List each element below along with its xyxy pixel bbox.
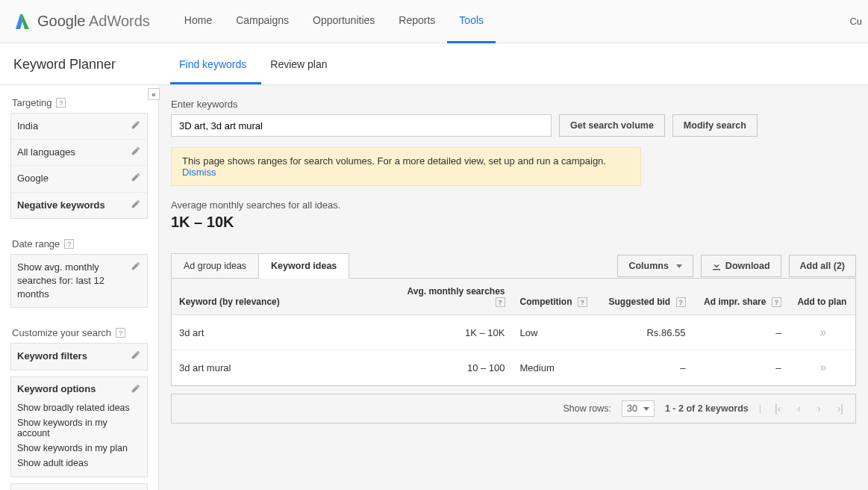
date-range-row[interactable]: Show avg. monthly searches for: last 12 … bbox=[11, 255, 147, 308]
adwords-logo-icon bbox=[13, 13, 31, 31]
col-keyword[interactable]: Keyword (by relevance) bbox=[172, 279, 396, 315]
pencil-icon[interactable] bbox=[131, 199, 141, 209]
main-content: Enter keywords Get search volume Modify … bbox=[158, 85, 868, 490]
pencil-icon[interactable] bbox=[131, 261, 141, 271]
sidebar: « Targeting ? India All languages Google… bbox=[0, 85, 158, 490]
page-title: Keyword Planner bbox=[13, 57, 170, 84]
nav-tools[interactable]: Tools bbox=[447, 0, 496, 43]
top-nav: Home Campaigns Opportunities Reports Too… bbox=[172, 0, 496, 43]
nav-home[interactable]: Home bbox=[172, 0, 224, 43]
keyword-filters-row[interactable]: Keyword filters bbox=[11, 344, 147, 369]
pencil-icon[interactable] bbox=[131, 172, 141, 182]
header-right-text: Cu bbox=[849, 16, 862, 27]
targeting-box: India All languages Google Negative keyw… bbox=[10, 113, 148, 219]
collapse-sidebar-button[interactable]: « bbox=[148, 88, 160, 100]
col-ad-impr-share[interactable]: Ad impr. share ? bbox=[693, 279, 789, 315]
columns-button[interactable]: Columns bbox=[617, 255, 693, 277]
help-icon[interactable]: ? bbox=[64, 239, 74, 249]
keyword-options-list: Show broadly related ideas Show keywords… bbox=[11, 397, 147, 477]
logo-text: Google AdWords bbox=[37, 13, 150, 30]
get-search-volume-button[interactable]: Get search volume bbox=[559, 114, 665, 137]
idea-tabs: Ad group ideas Keyword ideas bbox=[171, 253, 349, 279]
first-page-button[interactable]: |‹ bbox=[772, 403, 784, 415]
customize-section-title: Customize your search ? bbox=[12, 327, 148, 338]
col-avg-searches[interactable]: Avg. monthly searches ? bbox=[396, 279, 513, 315]
targeting-network[interactable]: Google bbox=[11, 166, 147, 192]
list-item: Show broadly related ideas bbox=[17, 400, 141, 415]
top-header: Google AdWords Home Campaigns Opportunit… bbox=[0, 0, 868, 43]
targeting-language[interactable]: All languages bbox=[11, 140, 147, 166]
help-icon[interactable]: ? bbox=[676, 297, 686, 307]
list-item: Show keywords in my account bbox=[17, 415, 141, 441]
list-item: Show keywords in my plan bbox=[17, 441, 141, 456]
keyword-filters-box: Keyword filters bbox=[10, 343, 148, 370]
download-button[interactable]: Download bbox=[701, 255, 781, 277]
targeting-section-title: Targeting ? bbox=[12, 97, 148, 108]
cell-keyword: 3d art mural bbox=[172, 350, 396, 385]
pencil-icon[interactable] bbox=[131, 383, 141, 394]
pencil-icon[interactable] bbox=[131, 146, 141, 156]
col-suggested-bid[interactable]: Suggested bid ? bbox=[598, 279, 693, 315]
modify-search-button[interactable]: Modify search bbox=[672, 114, 758, 137]
results-table: Keyword (by relevance) Avg. monthly sear… bbox=[171, 278, 856, 386]
last-page-button[interactable]: ›| bbox=[834, 403, 846, 415]
help-icon[interactable]: ? bbox=[578, 297, 587, 307]
help-icon[interactable]: ? bbox=[496, 297, 505, 307]
dismiss-link[interactable]: Dismiss bbox=[182, 167, 216, 178]
keywords-include-row[interactable]: Keywords to include bbox=[11, 484, 147, 491]
avg-searches-value: 1K – 10K bbox=[171, 214, 856, 231]
help-icon[interactable]: ? bbox=[772, 297, 781, 307]
logo[interactable]: Google AdWords bbox=[13, 13, 150, 31]
show-rows-label: Show rows: bbox=[563, 403, 611, 414]
avg-searches-label: Average monthly searches for all ideas. bbox=[171, 199, 856, 211]
chevron-down-icon bbox=[676, 264, 682, 268]
keywords-input[interactable] bbox=[171, 114, 552, 137]
cell-bid: Rs.86.55 bbox=[598, 315, 693, 350]
tab-keyword-ideas[interactable]: Keyword ideas bbox=[258, 253, 349, 279]
notice-banner: This page shows ranges for search volume… bbox=[171, 147, 641, 186]
add-to-plan-button[interactable]: » bbox=[819, 326, 824, 338]
enter-keywords-label: Enter keywords bbox=[171, 99, 856, 110]
sub-tabs: Find keywords Review plan bbox=[170, 58, 343, 84]
cell-bid: – bbox=[598, 350, 693, 385]
col-add-to-plan: Add to plan bbox=[789, 279, 855, 315]
notice-text: This page shows ranges for search volume… bbox=[182, 155, 606, 167]
cell-keyword: 3d art bbox=[172, 315, 396, 350]
nav-opportunities[interactable]: Opportunities bbox=[301, 0, 387, 43]
cell-competition: Medium bbox=[513, 350, 598, 385]
pager-range: 1 - 2 of 2 keywords bbox=[665, 403, 749, 414]
col-competition[interactable]: Competition ? bbox=[513, 279, 598, 315]
rows-select[interactable]: 30 bbox=[622, 400, 655, 417]
tab-review-plan[interactable]: Review plan bbox=[261, 58, 342, 84]
table-row: 3d art 1K – 10K Low Rs.86.55 – » bbox=[172, 315, 855, 350]
cell-impr: – bbox=[693, 350, 789, 385]
add-all-button[interactable]: Add all (2) bbox=[789, 255, 856, 277]
keywords-include-box: Keywords to include bbox=[10, 483, 148, 491]
tab-find-keywords[interactable]: Find keywords bbox=[170, 58, 261, 84]
chevron-down-icon bbox=[643, 407, 649, 411]
targeting-location[interactable]: India bbox=[11, 114, 147, 140]
date-range-box: Show avg. monthly searches for: last 12 … bbox=[10, 254, 148, 308]
nav-campaigns[interactable]: Campaigns bbox=[224, 0, 301, 43]
add-to-plan-button[interactable]: » bbox=[819, 361, 824, 373]
tab-ad-group-ideas[interactable]: Ad group ideas bbox=[171, 253, 259, 279]
targeting-negative-keywords[interactable]: Negative keywords bbox=[11, 193, 147, 218]
next-page-button[interactable]: › bbox=[814, 403, 824, 415]
pencil-icon[interactable] bbox=[131, 350, 141, 360]
sub-header: Keyword Planner Find keywords Review pla… bbox=[0, 43, 868, 85]
cell-impr: – bbox=[693, 315, 789, 350]
pencil-icon[interactable] bbox=[131, 120, 141, 130]
cell-searches: 1K – 10K bbox=[396, 315, 513, 350]
list-item: Show adult ideas bbox=[17, 456, 141, 471]
download-icon bbox=[712, 261, 721, 270]
keyword-options-header[interactable]: Keyword options bbox=[11, 377, 147, 397]
cell-searches: 10 – 100 bbox=[396, 350, 513, 385]
date-range-section-title: Date range ? bbox=[12, 238, 148, 249]
table-row: 3d art mural 10 – 100 Medium – – » bbox=[172, 350, 855, 385]
help-icon[interactable]: ? bbox=[56, 98, 66, 108]
cell-competition: Low bbox=[513, 315, 598, 350]
nav-reports[interactable]: Reports bbox=[387, 0, 447, 43]
help-icon[interactable]: ? bbox=[116, 328, 125, 338]
keyword-options-box: Keyword options Show broadly related ide… bbox=[10, 376, 148, 477]
prev-page-button[interactable]: ‹ bbox=[794, 403, 804, 415]
